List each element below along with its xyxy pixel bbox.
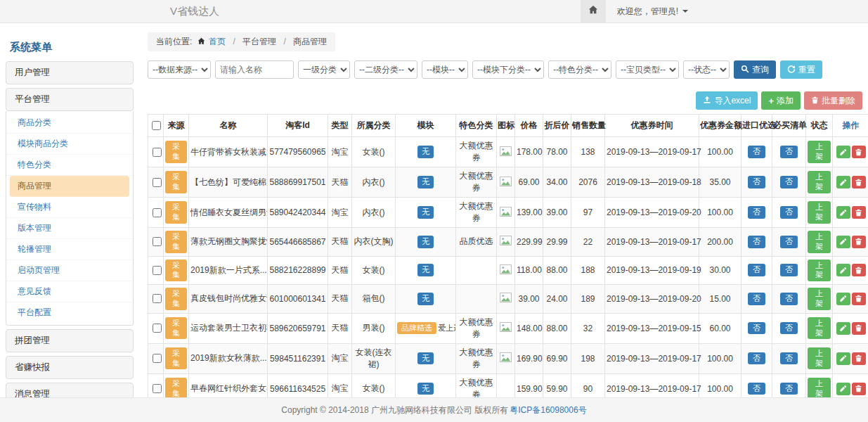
row-checkbox[interactable] [153, 384, 162, 393]
delete-button[interactable] [852, 322, 866, 335]
import-toggle-button[interactable]: 否 [748, 236, 765, 248]
must-buy-toggle-button[interactable]: 否 [780, 146, 798, 158]
row-checkbox[interactable] [153, 148, 162, 157]
import-toggle-button[interactable]: 否 [748, 176, 765, 188]
edit-button[interactable] [836, 383, 850, 395]
delete-button[interactable] [852, 146, 866, 158]
data-source-select[interactable]: --数据来源-- [148, 60, 211, 79]
module-badge[interactable]: 无 [417, 383, 434, 395]
module-badge[interactable]: 无 [417, 176, 434, 188]
row-checkbox[interactable] [153, 266, 162, 275]
module-badge[interactable]: 无 [417, 236, 434, 248]
delete-button[interactable] [852, 264, 866, 276]
must-buy-toggle-button[interactable]: 否 [780, 264, 798, 276]
product-image-icon [500, 148, 512, 158]
level2-category-select[interactable]: --二级分类-- [354, 60, 417, 79]
must-buy-toggle-button[interactable]: 否 [780, 206, 798, 219]
must-buy-toggle-button[interactable]: 否 [780, 352, 798, 365]
status-button[interactable]: 上架 [808, 171, 831, 193]
delete-button[interactable] [852, 176, 866, 188]
status-button[interactable]: 上架 [808, 141, 831, 163]
status-button[interactable]: 上架 [808, 378, 831, 400]
batch-delete-button[interactable]: 批量删除 [804, 91, 862, 110]
item-type-select[interactable]: --宝贝类型-- [616, 60, 679, 79]
add-button[interactable]: + 添加 [761, 91, 801, 110]
import-toggle-button[interactable]: 否 [748, 206, 765, 219]
delete-button[interactable] [852, 206, 866, 219]
delete-button[interactable] [852, 352, 866, 365]
module-badge[interactable]: 无 [417, 206, 434, 219]
must-buy-toggle-button[interactable]: 否 [780, 383, 798, 395]
module-select[interactable]: --模块-- [422, 60, 468, 79]
import-toggle-button[interactable]: 否 [748, 264, 765, 276]
sidebar-item[interactable]: 意见反馈 [6, 281, 133, 302]
module-badge[interactable]: 无 [417, 352, 434, 365]
sidebar-item[interactable]: 商品分类 [6, 113, 133, 134]
status-button[interactable]: 上架 [808, 288, 831, 310]
sidebar-item[interactable]: 商品管理 [10, 176, 129, 197]
name-search-input[interactable] [215, 60, 294, 79]
import-toggle-button[interactable]: 否 [748, 293, 765, 305]
module-badge[interactable]: 无 [417, 293, 434, 305]
sidebar-section[interactable]: 省赚快报 [6, 356, 134, 379]
must-buy-toggle-button[interactable]: 否 [780, 322, 798, 335]
icp-link[interactable]: 粤ICP备16098006号 [510, 404, 586, 416]
sidebar-item[interactable]: 模块商品分类 [6, 134, 133, 155]
sidebar-item[interactable]: 轮播管理 [6, 239, 133, 260]
module-badge[interactable]: 无 [417, 264, 434, 276]
must-buy-toggle-button[interactable]: 否 [780, 293, 798, 305]
breadcrumb-home-link[interactable]: 首页 [209, 37, 226, 46]
row-checkbox[interactable] [153, 354, 162, 363]
edit-button[interactable] [836, 146, 850, 158]
level1-category-select[interactable]: 一级分类 [298, 60, 350, 79]
edit-button[interactable] [836, 293, 850, 305]
import-excel-button[interactable]: 导入excel [696, 91, 758, 110]
column-header: 模块 [396, 115, 456, 137]
row-checkbox[interactable] [153, 324, 162, 333]
delete-button[interactable] [852, 236, 866, 248]
module-badge[interactable]: 品牌精选 [397, 322, 436, 335]
status-button[interactable]: 上架 [808, 260, 831, 282]
reset-button[interactable]: 重置 [780, 60, 822, 79]
edit-button[interactable] [836, 264, 850, 276]
query-button[interactable]: 查询 [734, 60, 776, 79]
module-badge[interactable]: 无 [417, 146, 434, 158]
must-buy-toggle-button[interactable]: 否 [780, 236, 798, 248]
cell-category: 女装(连衣裙) [352, 343, 396, 373]
edit-button[interactable] [836, 206, 850, 219]
user-dropdown[interactable]: 欢迎您，管理员! [617, 6, 688, 18]
sidebar-item[interactable]: 版本管理 [6, 218, 133, 239]
row-checkbox[interactable] [153, 178, 162, 187]
import-toggle-button[interactable]: 否 [748, 322, 765, 335]
edit-button[interactable] [836, 236, 850, 248]
edit-button[interactable] [836, 352, 850, 365]
must-buy-toggle-button[interactable]: 否 [780, 176, 798, 188]
row-checkbox[interactable] [153, 237, 162, 246]
status-button[interactable]: 上架 [808, 347, 831, 370]
edit-button[interactable] [836, 176, 850, 188]
sidebar-item[interactable]: 平台配置 [6, 302, 133, 323]
select-all-checkbox[interactable] [152, 121, 161, 130]
status-button[interactable]: 上架 [808, 317, 831, 340]
status-button[interactable]: 上架 [808, 231, 831, 253]
import-toggle-button[interactable]: 否 [748, 352, 765, 365]
edit-button[interactable] [836, 322, 850, 335]
feature-category-select[interactable]: --特色分类-- [548, 60, 611, 79]
sidebar-item[interactable]: 特色分类 [6, 155, 133, 176]
delete-button[interactable] [852, 383, 866, 395]
sidebar-section[interactable]: 平台管理 [6, 88, 134, 111]
status-button[interactable]: 上架 [808, 201, 831, 224]
row-checkbox[interactable] [153, 208, 162, 217]
row-checkbox[interactable] [153, 294, 162, 303]
sidebar-section[interactable]: 拼团管理 [6, 329, 134, 352]
import-toggle-button[interactable]: 否 [748, 383, 765, 395]
module-subcategory-select[interactable]: --模块下分类-- [472, 60, 544, 79]
home-button[interactable] [581, 0, 606, 23]
cell-type: 天猫 [328, 228, 352, 257]
sidebar-section[interactable]: 用户管理 [6, 61, 134, 84]
delete-button[interactable] [852, 293, 866, 305]
import-toggle-button[interactable]: 否 [748, 146, 765, 158]
sidebar-item[interactable]: 宣传物料 [6, 197, 133, 218]
sidebar-item[interactable]: 启动页管理 [6, 260, 133, 281]
status-select[interactable]: --状态-- [683, 60, 730, 79]
